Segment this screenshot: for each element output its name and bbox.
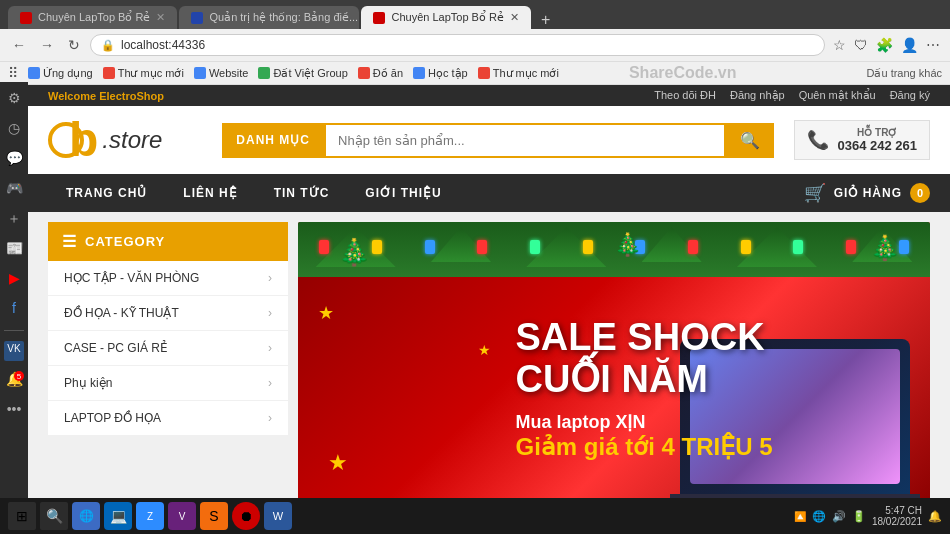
browser-tab-3[interactable]: Chuyên LapTop Bổ Rẻ ✕ — [361, 6, 530, 29]
browser-tab-2[interactable]: Quản trị hệ thống: Bảng điề... ✕ — [179, 6, 359, 29]
tray-up-arrow[interactable]: 🔼 — [794, 511, 806, 522]
menu-icon: ☰ — [62, 232, 77, 251]
profile-btn[interactable]: 👤 — [899, 35, 920, 55]
search-input[interactable] — [324, 123, 726, 158]
browser-tab-1[interactable]: Chuyên LapTop Bổ Rẻ ✕ — [8, 6, 177, 29]
sidebar-item-do-hoa[interactable]: ĐỒ HỌA - KỸ THUẬT › — [48, 296, 288, 331]
sidebar-title: CATEGORY — [85, 234, 165, 249]
left-icon-vk[interactable]: VK — [4, 341, 24, 361]
banner-line1: SALE SHOCK — [515, 317, 772, 359]
back-button[interactable]: ← — [8, 35, 30, 55]
left-icon-add[interactable]: ＋ — [4, 210, 24, 230]
topbar: Welcome ElectroShop Theo dõi ĐH Đăng nhậ… — [28, 85, 950, 106]
bookmark-star[interactable]: ☆ — [831, 35, 848, 55]
taskbar-zoom-icon[interactable]: Z — [136, 502, 164, 530]
bookmark-icon-4 — [258, 67, 270, 79]
tab-3-label: Chuyên LapTop Bổ Rẻ — [391, 11, 503, 24]
left-icon-more[interactable]: ••• — [4, 401, 24, 421]
taskbar-word-icon[interactable]: W — [264, 502, 292, 530]
taskbar-chrome-icon[interactable]: 🌐 — [72, 502, 100, 530]
tray-volume: 🔊 — [832, 510, 846, 523]
left-icon-messenger[interactable]: 💬 — [4, 150, 24, 170]
sidebar-item-case-pc[interactable]: CASE - PC GIÁ RẺ › — [48, 331, 288, 366]
taskbar-vs-icon[interactable]: V — [168, 502, 196, 530]
cart-icon: 🛒 — [804, 182, 826, 204]
bookmark-hoc-tap[interactable]: Học tập — [413, 67, 468, 80]
track-order-link[interactable]: Theo dõi ĐH — [654, 89, 716, 102]
bookmark-do-an[interactable]: Đồ ăn — [358, 67, 403, 80]
nav-contact[interactable]: LIÊN HỆ — [165, 174, 255, 212]
search-button[interactable]: 🔍 — [726, 123, 774, 158]
bookmark-icon-7 — [478, 67, 490, 79]
promo-banner: 🎄 🎄 🎄 ★ ★ ★ SALE SHOCK CUỐI NĂM Mua lapt… — [298, 222, 930, 506]
nav-home[interactable]: TRANG CHỦ — [48, 174, 165, 212]
main-content: ☰ CATEGORY HỌC TẬP - VĂN PHÒNG › ĐỒ HỌA … — [28, 212, 950, 516]
bookmark-thu-muc-2[interactable]: Thư mục mới — [478, 67, 559, 80]
taskbar-vscode-icon[interactable]: 💻 — [104, 502, 132, 530]
cart-button[interactable]: 🛒 GIỎ HÀNG 0 — [804, 182, 930, 204]
left-icon-history[interactable]: ◷ — [4, 120, 24, 140]
cart-label: GIỎ HÀNG — [834, 186, 902, 200]
left-icon-settings[interactable]: ⚙ — [4, 90, 24, 110]
tab-2-label: Quản trị hệ thống: Bảng điề... — [209, 11, 358, 24]
left-icon-notification[interactable]: 🔔 5 — [4, 371, 24, 391]
chevron-right-icon-4: › — [268, 376, 272, 390]
nav-about[interactable]: GIỚI THIỆU — [347, 174, 459, 212]
star-1: ★ — [328, 450, 348, 476]
tray-notification[interactable]: 🔔 — [928, 510, 942, 523]
forward-button[interactable]: → — [36, 35, 58, 55]
taskbar: ⊞ 🔍 🌐 💻 Z V S ⏺ W 🔼 🌐 🔊 🔋 5:47 CH 18/02/… — [0, 498, 950, 534]
chevron-right-icon-3: › — [268, 341, 272, 355]
address-bar[interactable]: 🔒 localhost:44336 — [90, 34, 825, 56]
apps-icon[interactable]: ⠿ — [8, 65, 18, 81]
more-bookmarks[interactable]: Dấu trang khác — [867, 67, 942, 80]
bookmark-thu-muc-1[interactable]: Thư mục mới — [103, 67, 184, 80]
new-tab-button[interactable]: + — [533, 11, 558, 29]
chevron-right-icon-1: › — [268, 271, 272, 285]
bookmark-icon-3 — [194, 67, 206, 79]
more-btn[interactable]: ⋯ — [924, 35, 942, 55]
taskbar-recorder-icon[interactable]: ⏺ — [232, 502, 260, 530]
phone-number: 0364 242 261 — [837, 138, 917, 153]
bookmark-ung-dung[interactable]: Ứng dụng — [28, 67, 93, 80]
banner-text-area: SALE SHOCK CUỐI NĂM Mua laptop XỊN Giảm … — [455, 267, 772, 461]
system-tray: 🔼 🌐 🔊 🔋 5:47 CH 18/02/2021 🔔 — [794, 505, 942, 527]
login-link[interactable]: Đăng nhập — [730, 89, 785, 102]
category-sidebar: ☰ CATEGORY HỌC TẬP - VĂN PHÒNG › ĐỒ HỌA … — [48, 222, 288, 506]
forgot-password-link[interactable]: Quên mật khẩu — [799, 89, 876, 102]
ornament-1: 🎄 — [338, 237, 370, 268]
sidebar-item-phu-kien[interactable]: Phụ kiện › — [48, 366, 288, 401]
shield-btn[interactable]: 🛡 — [852, 35, 870, 55]
bookmark-icon-2 — [103, 67, 115, 79]
sidebar-item-hoc-tap[interactable]: HỌC TẬP - VĂN PHÒNG › — [48, 261, 288, 296]
taskbar-sublime-icon[interactable]: S — [200, 502, 228, 530]
bookmark-dat-viet[interactable]: Đất Việt Group — [258, 67, 347, 80]
banner-line2: CUỐI NĂM — [515, 359, 772, 401]
bookmark-icon-1 — [28, 67, 40, 79]
ornament-2: 🎄 — [870, 234, 900, 262]
left-icon-game[interactable]: 🎮 — [4, 180, 24, 200]
star-2: ★ — [318, 302, 334, 324]
reload-button[interactable]: ↻ — [64, 35, 84, 55]
logo[interactable]: b .store — [48, 116, 162, 164]
left-icon-news[interactable]: 📰 — [4, 240, 24, 260]
category-button[interactable]: DANH MỤC — [222, 123, 324, 158]
left-icon-youtube[interactable]: ▶ — [4, 270, 24, 290]
nav-news[interactable]: TIN TỨC — [256, 174, 348, 212]
register-link[interactable]: Đăng ký — [890, 89, 930, 102]
windows-start-button[interactable]: ⊞ — [8, 502, 36, 530]
sidebar-item-laptop-do-hoa[interactable]: LAPTOP ĐỒ HỌA › — [48, 401, 288, 436]
logo-circle — [48, 122, 84, 158]
sharecode-watermark: ShareCode.vn — [629, 64, 737, 82]
left-icon-facebook[interactable]: f — [4, 300, 24, 320]
tab-3-close[interactable]: ✕ — [510, 11, 519, 24]
address-text: localhost:44336 — [121, 38, 814, 52]
taskbar-search[interactable]: 🔍 — [40, 502, 68, 530]
site-header: b .store DANH MỤC 🔍 📞 HỖ TRỢ 0364 242 26… — [28, 106, 950, 174]
tray-network: 🌐 — [812, 510, 826, 523]
extensions-btn[interactable]: 🧩 — [874, 35, 895, 55]
tab-1-label: Chuyên LapTop Bổ Rẻ — [38, 11, 150, 24]
bookmark-website[interactable]: Website — [194, 67, 249, 79]
tab-1-close[interactable]: ✕ — [156, 11, 165, 24]
sidebar-item-label-1: HỌC TẬP - VĂN PHÒNG — [64, 271, 199, 285]
